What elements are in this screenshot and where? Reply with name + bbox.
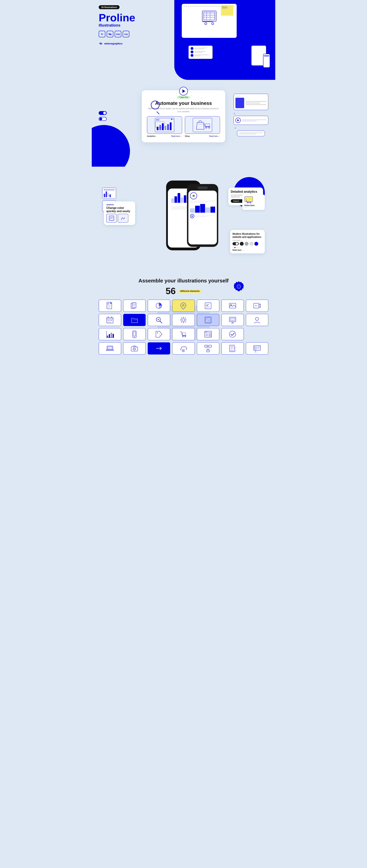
analytics-read-more[interactable]: Read more → <box>171 135 182 137</box>
flow-video-box <box>233 116 268 125</box>
sec-bar-1 <box>190 208 195 213</box>
svg-rect-57 <box>206 307 209 308</box>
svg-rect-46 <box>108 307 111 307</box>
flowchart-area: ↓ → <box>233 94 268 136</box>
shop-label: Shop <box>185 135 190 137</box>
play-button[interactable] <box>179 87 188 95</box>
user-lines-1 <box>194 48 210 49</box>
brand-logo-icon <box>99 41 103 45</box>
brand-name: welovegraphics <box>104 42 122 45</box>
sec-bar-3 <box>200 204 205 213</box>
svg-rect-119 <box>209 345 211 347</box>
illus-item-9-blue <box>123 314 146 326</box>
chart-bar-2 <box>174 196 177 203</box>
simplicity-icon-2 <box>120 216 125 221</box>
shop-item: Shop Read more → <box>185 116 220 137</box>
svg-point-103 <box>185 336 186 337</box>
shop-read-more[interactable]: Read more → <box>209 135 220 137</box>
svg-line-78 <box>205 317 209 319</box>
sec-bar-5 <box>210 207 215 213</box>
svg-point-54 <box>182 305 184 306</box>
illus-svg-files <box>131 302 138 310</box>
illus-svg-monitor <box>229 316 236 324</box>
svg-rect-37 <box>110 218 112 219</box>
svg-text:TOTAL: TOTAL <box>231 350 233 351</box>
illus-svg-tag <box>155 330 163 338</box>
mc1-b4 <box>110 194 111 197</box>
svg-rect-30 <box>193 118 212 132</box>
svg-rect-110 <box>209 335 211 336</box>
svg-rect-27 <box>167 124 169 130</box>
toggle-switch-1[interactable] <box>99 111 107 115</box>
flow-line-2 <box>246 102 260 103</box>
register-label: Register <box>233 200 239 202</box>
illus-item-14 <box>246 314 268 326</box>
phone-speaker <box>264 56 269 56</box>
illus2-item-6: TOTAL <box>221 342 244 354</box>
illus2-svg-laptop <box>106 345 114 352</box>
svg-rect-126 <box>230 346 234 346</box>
page-dot-4 <box>238 247 239 248</box>
mc1-line-2 <box>104 190 114 191</box>
svg-rect-55 <box>205 303 211 309</box>
browser-dot-2 <box>186 5 187 7</box>
ai-format-icon: Ai <box>99 31 105 37</box>
svg-rect-56 <box>206 307 210 307</box>
ps-icon-svg <box>108 32 112 36</box>
interfaces-label: Interfaces <box>222 8 232 9</box>
modern-title: Modern illustrations for website and app… <box>232 232 262 239</box>
gear-badge-area <box>233 281 244 292</box>
svg-point-15 <box>256 20 258 22</box>
svg-rect-50 <box>133 305 135 305</box>
flow-output-box <box>237 130 265 136</box>
illus-item-13 <box>221 314 244 326</box>
read-more-text: Read more <box>232 249 242 251</box>
gear-center <box>237 284 241 289</box>
svg-rect-25 <box>162 123 164 130</box>
flow-dot-3 <box>238 96 239 97</box>
illus2-svg-arrow <box>155 345 163 352</box>
palette-toggle[interactable] <box>232 242 239 245</box>
svg-rect-5 <box>204 12 215 20</box>
palette-toggle-knob <box>236 243 238 245</box>
read-more-arrow: → <box>242 249 244 251</box>
hero-section: 16 Illustrations Proline Illustrations A… <box>92 0 275 80</box>
read-more-link[interactable]: Read more → <box>232 249 262 251</box>
illus-svg-checklist <box>204 302 212 310</box>
flow-play-icon <box>235 118 241 123</box>
illus2-item-7 <box>246 342 268 354</box>
user-lines-2 <box>194 51 210 53</box>
illus-item-8 <box>99 314 121 326</box>
page-dot-1 <box>232 247 233 248</box>
simplicity-label: Simplicity <box>106 204 133 206</box>
illus2-item-2 <box>123 342 146 354</box>
register-button[interactable]: Register → <box>231 199 244 203</box>
illus-item-1 <box>99 300 121 312</box>
illus-svg-search <box>155 316 163 324</box>
svg-point-63 <box>108 317 109 317</box>
illus-item-11 <box>172 314 195 326</box>
svg-point-107 <box>206 332 207 332</box>
svg-point-2 <box>109 33 110 35</box>
illus-svg-phone <box>131 330 138 338</box>
compass-icon: ⊕ <box>190 192 197 199</box>
dot-13 <box>264 26 265 26</box>
mc1-b3 <box>108 193 109 197</box>
assemble-section: Assemble your illustrations yourself 56 … <box>92 271 275 375</box>
svg-rect-41 <box>107 302 112 309</box>
user-line-detail-2 <box>194 52 202 53</box>
illus-item-16 <box>123 328 146 340</box>
svg-rect-4 <box>202 11 216 21</box>
user-list-card <box>188 45 213 59</box>
analytics-chart-svg <box>154 117 175 133</box>
user-line-name <box>194 48 207 48</box>
sec-play-tri <box>192 215 193 217</box>
phone-secondary-frame: ⊕ <box>187 184 218 247</box>
sticky-note: Website Interfaces <box>221 5 233 16</box>
svg-rect-76 <box>205 317 211 323</box>
mc1-b1 <box>104 194 105 197</box>
flow-play-triangle <box>237 119 239 121</box>
online-store-link[interactable]: → <box>244 207 263 208</box>
toggle-switch-2[interactable] <box>99 117 107 121</box>
svg-point-88 <box>255 317 259 320</box>
